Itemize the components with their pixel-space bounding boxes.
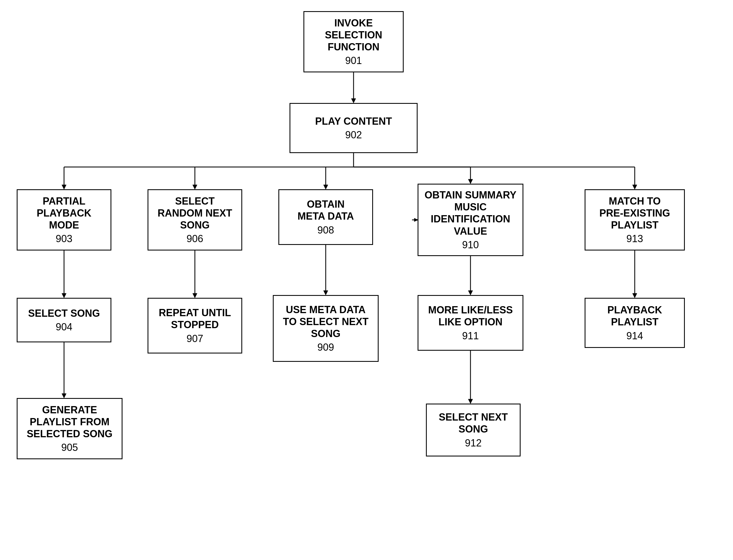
node-904: SELECT SONG 904 (17, 298, 111, 342)
node-910-num: 910 (462, 239, 479, 251)
arrows-layer (0, 0, 733, 560)
svg-marker-9 (323, 185, 328, 189)
node-907-num: 907 (187, 333, 203, 345)
node-914-num: 914 (626, 330, 643, 342)
diagram: INVOKE SELECTION FUNCTION 901 PLAY CONTE… (0, 0, 733, 560)
svg-marker-19 (62, 394, 66, 398)
node-914-label: PLAYBACK PLAYLIST (607, 304, 662, 328)
node-906-num: 906 (187, 233, 203, 245)
node-903: PARTIAL PLAYBACK MODE 903 (17, 189, 111, 250)
svg-marker-27 (468, 399, 473, 404)
node-913-num: 913 (626, 233, 643, 245)
node-906-label: SELECT RANDOM NEXT SONG (158, 195, 232, 231)
node-909: USE META DATA TO SELECT NEXT SONG 909 (273, 295, 379, 362)
node-904-label: SELECT SONG (28, 307, 100, 319)
node-905: GENERATE PLAYLIST FROM SELECTED SONG 905 (17, 398, 122, 459)
node-902: PLAY CONTENT 902 (290, 103, 418, 153)
node-902-label: PLAY CONTENT (315, 115, 392, 127)
svg-marker-7 (193, 185, 197, 189)
node-910: OBTAIN SUMMARY MUSIC IDENTIFICATION VALU… (418, 184, 523, 256)
node-901-num: 901 (345, 55, 362, 67)
svg-marker-15 (633, 185, 637, 189)
node-912-num: 912 (465, 437, 482, 449)
node-902-num: 902 (345, 129, 362, 141)
svg-marker-12 (468, 179, 473, 184)
node-907-label: REPEAT UNTIL STOPPED (159, 307, 231, 331)
node-903-num: 903 (56, 233, 72, 245)
svg-marker-25 (468, 291, 473, 295)
node-906: SELECT RANDOM NEXT SONG 906 (148, 189, 242, 250)
node-904-num: 904 (56, 321, 72, 333)
node-911-label: MORE LIKE/LESS LIKE OPTION (428, 304, 513, 328)
node-911-num: 911 (462, 330, 479, 342)
node-910-label: OBTAIN SUMMARY MUSIC IDENTIFICATION VALU… (425, 189, 516, 237)
node-908-label: OBTAIN META DATA (298, 198, 354, 222)
node-903-label: PARTIAL PLAYBACK MODE (37, 195, 92, 231)
svg-marker-21 (193, 293, 197, 298)
node-913-label: MATCH TO PRE-EXISTING PLAYLIST (599, 195, 670, 231)
node-913: MATCH TO PRE-EXISTING PLAYLIST 913 (585, 189, 685, 250)
node-909-label: USE META DATA TO SELECT NEXT SONG (283, 304, 368, 340)
svg-marker-29 (633, 293, 637, 298)
svg-marker-23 (323, 291, 328, 295)
node-901: INVOKE SELECTION FUNCTION 901 (303, 11, 404, 72)
node-912-label: SELECT NEXT SONG (439, 411, 508, 435)
node-912: SELECT NEXT SONG 912 (426, 404, 521, 456)
svg-marker-17 (62, 293, 66, 298)
node-905-label: GENERATE PLAYLIST FROM SELECTED SONG (27, 404, 112, 440)
node-909-num: 909 (317, 341, 334, 353)
node-907: REPEAT UNTIL STOPPED 907 (148, 298, 242, 353)
node-914: PLAYBACK PLAYLIST 914 (585, 298, 685, 348)
svg-marker-1 (351, 99, 356, 103)
node-908-num: 908 (317, 224, 334, 236)
node-908: OBTAIN META DATA 908 (278, 189, 373, 245)
node-911: MORE LIKE/LESS LIKE OPTION 911 (418, 295, 523, 351)
node-905-num: 905 (61, 441, 78, 453)
node-901-label: INVOKE SELECTION FUNCTION (325, 17, 382, 53)
svg-marker-5 (62, 185, 66, 189)
